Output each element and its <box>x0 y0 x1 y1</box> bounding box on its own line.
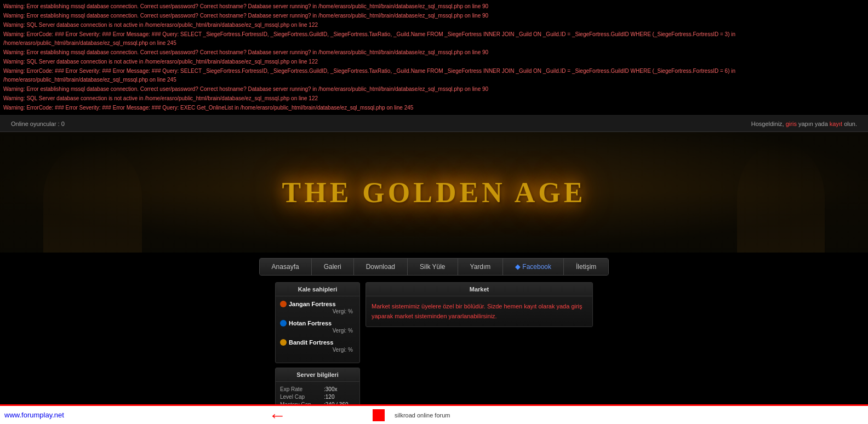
market-panel-header: Market <box>366 283 592 296</box>
forum-banner: www.forumplay.net ← silkroad online foru… <box>0 404 868 424</box>
bandit-fortress-icon <box>280 339 287 346</box>
hotan-fortress-icon <box>280 320 287 326</box>
fortress-item-hotan: Hotan Fortress Vergi: % <box>280 320 355 334</box>
online-count: Online oyuncular : 0 <box>11 121 65 127</box>
bandit-fortress-tax: Vergi: % <box>280 347 355 353</box>
nav-item-facebook[interactable]: ◆ Facebook <box>503 259 564 275</box>
annotation-arrow: ← <box>269 406 286 424</box>
banner-title: THE GOLDEN AGE <box>282 176 586 209</box>
market-panel-body: Market sistemimiz üyelere özel bir bölüd… <box>366 296 592 326</box>
server-levelcap-row: Level Cap : 120 <box>280 394 355 400</box>
error-area: const pd = JSON.parse(document.getElemen… <box>0 0 868 116</box>
welcome-text: Hosgeldiniz, giris yapın yada kayıt olun… <box>751 121 857 127</box>
castle-panel-header: Kale sahipleri <box>276 283 359 296</box>
hotan-fortress-tax: Vergi: % <box>280 328 355 334</box>
nav-item-yardim[interactable]: Yardım <box>458 259 504 275</box>
castle-panel-body: Jangan Fortress Vergi: % Hotan Fortress … <box>276 296 359 363</box>
hotan-fortress-name: Hotan Fortress <box>280 320 355 326</box>
left-panel: Kale sahipleri Jangan Fortress Vergi: % … <box>275 282 360 424</box>
castle-panel: Kale sahipleri Jangan Fortress Vergi: % … <box>275 282 360 363</box>
server-exp-row: Exp Rate : 300x <box>280 386 355 392</box>
nav-item-galeri[interactable]: Galeri <box>312 259 354 275</box>
silkroad-forum-text[interactable]: silkroad online forum <box>395 412 450 419</box>
banner-figure-left <box>43 143 142 253</box>
login-link[interactable]: giris <box>786 121 797 127</box>
fortress-item-bandit: Bandit Fortress Vergi: % <box>280 339 355 353</box>
annotation-red-box <box>373 409 385 421</box>
banner: THE GOLDEN AGE <box>0 132 868 253</box>
market-panel-inner: Market Market sistemimiz üyelere özel bi… <box>366 282 593 327</box>
main-content: Anasayfa Galeri Download Silk Yüle Yardı… <box>0 253 868 424</box>
two-col-layout: Kale sahipleri Jangan Fortress Vergi: % … <box>275 282 593 424</box>
bandit-fortress-name: Bandit Fortress <box>280 339 355 346</box>
server-panel-header: Server bilgileri <box>276 368 359 382</box>
navigation-bar: Anasayfa Galeri Download Silk Yüle Yardı… <box>259 258 609 276</box>
nav-item-download[interactable]: Download <box>354 259 408 275</box>
facebook-icon: ◆ <box>515 263 520 271</box>
top-bar: Online oyuncular : 0 Hosgeldiniz, giris … <box>0 116 868 132</box>
jangan-fortress-tax: Vergi: % <box>280 308 355 314</box>
nav-item-silk-yukle[interactable]: Silk Yüle <box>408 259 458 275</box>
register-link[interactable]: kayıt <box>830 121 842 127</box>
jangan-fortress-name: Jangan Fortress <box>280 301 355 307</box>
jangan-fortress-icon <box>280 301 287 307</box>
market-panel: Market Market sistemimiz üyelere özel bi… <box>366 282 593 424</box>
nav-item-anasayfa[interactable]: Anasayfa <box>260 259 312 275</box>
fortress-item-jangan: Jangan Fortress Vergi: % <box>280 301 355 314</box>
nav-item-iletisim[interactable]: İletişim <box>564 259 608 275</box>
banner-figure-right <box>737 143 825 253</box>
